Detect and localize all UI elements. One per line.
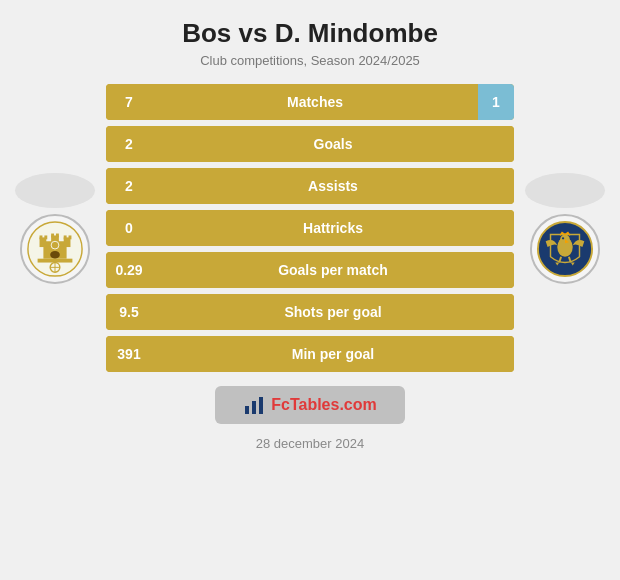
right-logo-circle — [530, 214, 600, 284]
stat-label-2: Assists — [152, 168, 514, 204]
stat-row-min-per-goal: 391Min per goal — [106, 336, 514, 372]
stat-value-left-4: 0.29 — [106, 252, 152, 288]
right-team-icon — [536, 220, 594, 278]
right-team-logo — [520, 173, 610, 284]
footer-date: 28 december 2024 — [256, 436, 364, 451]
stat-row-goals: 2Goals — [106, 126, 514, 162]
watermark-fc: Fc — [271, 396, 290, 413]
svg-rect-6 — [44, 235, 47, 239]
stat-label-6: Min per goal — [152, 336, 514, 372]
svg-rect-8 — [56, 233, 59, 237]
main-content: 7Matches12Goals2Assists0Hattricks0.29Goa… — [10, 84, 610, 372]
match-subtitle: Club competitions, Season 2024/2025 — [200, 53, 420, 68]
svg-rect-7 — [51, 233, 54, 237]
stat-label-4: Goals per match — [152, 252, 514, 288]
svg-rect-11 — [50, 250, 60, 258]
stat-label-0: Matches — [152, 84, 478, 120]
stat-value-left-5: 9.5 — [106, 294, 152, 330]
stat-value-right-0: 1 — [478, 84, 514, 120]
stat-value-left-2: 2 — [106, 168, 152, 204]
left-team-icon — [26, 220, 84, 278]
svg-rect-25 — [259, 397, 263, 414]
watermark-section: FcTables.com — [215, 386, 405, 424]
svg-point-20 — [562, 237, 564, 239]
stat-label-1: Goals — [152, 126, 514, 162]
page-wrapper: Bos vs D. Mindombe Club competitions, Se… — [0, 0, 620, 580]
stat-label-5: Shots per goal — [152, 294, 514, 330]
stat-row-hattricks: 0Hattricks — [106, 210, 514, 246]
left-ellipse — [15, 173, 95, 208]
watermark-tables: Tables.com — [290, 396, 377, 413]
stat-value-left-1: 2 — [106, 126, 152, 162]
svg-rect-5 — [40, 235, 43, 239]
stat-row-shots-per-goal: 9.5Shots per goal — [106, 294, 514, 330]
chart-icon — [243, 394, 265, 416]
right-ellipse — [525, 173, 605, 208]
stat-row-goals-per-match: 0.29Goals per match — [106, 252, 514, 288]
stat-row-assists: 2Assists — [106, 168, 514, 204]
stats-column: 7Matches12Goals2Assists0Hattricks0.29Goa… — [100, 84, 520, 372]
stat-row-matches: 7Matches1 — [106, 84, 514, 120]
svg-rect-9 — [64, 235, 67, 239]
stat-value-left-6: 391 — [106, 336, 152, 372]
svg-rect-23 — [245, 406, 249, 414]
stat-value-left-3: 0 — [106, 210, 152, 246]
fctables-icon — [243, 394, 265, 416]
svg-rect-10 — [69, 235, 72, 239]
watermark-text: FcTables.com — [271, 396, 377, 414]
left-logo-circle — [20, 214, 90, 284]
stat-label-3: Hattricks — [152, 210, 514, 246]
left-team-logo — [10, 173, 100, 284]
stat-value-left-0: 7 — [106, 84, 152, 120]
svg-rect-24 — [252, 401, 256, 414]
match-title: Bos vs D. Mindombe — [182, 18, 438, 49]
